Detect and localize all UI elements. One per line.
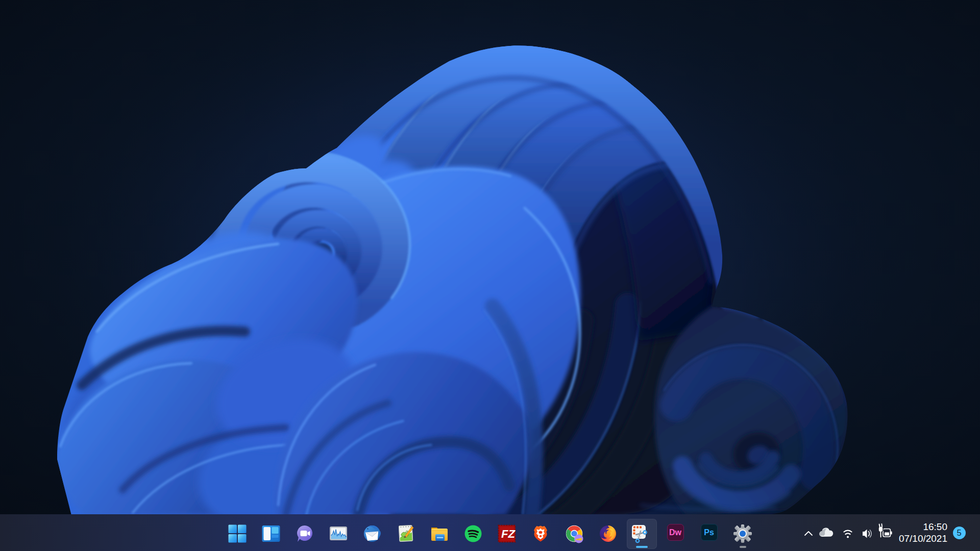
svg-text:FZ: FZ — [501, 528, 516, 540]
